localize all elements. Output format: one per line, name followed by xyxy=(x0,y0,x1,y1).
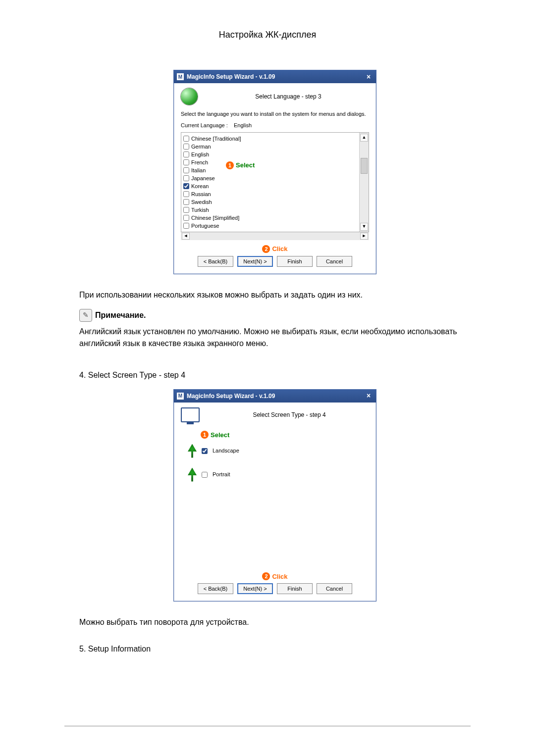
portrait-label: Portrait xyxy=(213,470,230,479)
language-checkbox[interactable] xyxy=(183,215,189,221)
scroll-down-icon[interactable]: ▼ xyxy=(360,223,368,231)
wizard-title-text: MagicInfo Setup Wizard - v.1.09 xyxy=(187,392,275,401)
hscroll-track[interactable] xyxy=(192,234,358,239)
step4-heading: 4. Select Screen Type - step 4 xyxy=(79,369,471,381)
scroll-thumb[interactable] xyxy=(361,158,368,174)
language-list: Chinese [Traditional] German English Fre… xyxy=(181,133,359,232)
callout-badge-1: 1 xyxy=(226,161,234,169)
step4-header: Select Screen Type - step 4 xyxy=(210,410,369,419)
cancel-button[interactable]: Cancel xyxy=(317,583,352,594)
language-checkbox[interactable] xyxy=(183,175,189,181)
callout-badge-1: 1 xyxy=(201,431,209,439)
callout-select-text: Select xyxy=(236,160,255,170)
callout-badge-2: 2 xyxy=(262,245,270,253)
language-label: Korean xyxy=(191,182,209,191)
language-label: Japanese xyxy=(191,174,215,183)
finish-button[interactable]: Finish xyxy=(277,583,313,594)
horizontal-scrollbar[interactable]: ◄ ► xyxy=(181,232,369,240)
language-label: Swedish xyxy=(191,198,212,206)
wizard-titlebar: M MagicInfo Setup Wizard - v.1.09 × xyxy=(174,70,376,83)
wizard-titlebar: M MagicInfo Setup Wizard - v.1.09 × xyxy=(174,390,376,403)
note-label: Примечание. xyxy=(95,309,146,321)
list-item: Chinese [Simplified] xyxy=(183,214,359,222)
language-label: Italian xyxy=(191,166,206,175)
language-checkbox[interactable] xyxy=(183,167,189,173)
back-button[interactable]: < Back(B) xyxy=(198,256,233,267)
landscape-checkbox[interactable] xyxy=(202,448,208,454)
current-language-label: Current Language : xyxy=(181,122,228,128)
callout-click-text: Click xyxy=(272,572,287,582)
select-callout: 1 Select xyxy=(226,160,255,170)
app-icon: M xyxy=(177,73,184,80)
step3-header: Select Language - step 3 xyxy=(208,92,369,101)
wizard-step4: M MagicInfo Setup Wizard - v.1.09 × Sele… xyxy=(173,389,376,602)
step5-heading: 5. Setup Information xyxy=(79,643,471,655)
scroll-right-icon[interactable]: ► xyxy=(360,233,368,240)
note-row: ✎ Примечание. xyxy=(79,309,471,322)
finish-button[interactable]: Finish xyxy=(277,256,313,267)
language-checkbox[interactable] xyxy=(183,191,189,197)
language-label: Turkish xyxy=(191,206,209,214)
select-callout: 1 Select xyxy=(201,430,229,440)
back-button[interactable]: < Back(B) xyxy=(198,583,233,594)
click-callout: 2 Click xyxy=(181,572,369,582)
monitor-icon xyxy=(181,407,200,422)
language-label: English xyxy=(191,151,209,159)
next-button[interactable]: Next(N) > xyxy=(237,583,273,594)
language-label: Portuguese xyxy=(191,222,219,230)
list-item: English xyxy=(183,151,359,158)
language-checkbox[interactable] xyxy=(183,183,189,189)
page-title: Настройка ЖК-дисплея xyxy=(64,30,471,40)
list-item: Portuguese xyxy=(183,222,359,230)
cancel-button[interactable]: Cancel xyxy=(317,256,352,267)
current-language-value: English xyxy=(234,122,252,128)
tree-icon xyxy=(188,468,197,482)
globe-icon xyxy=(181,88,198,105)
note-text: Английский язык установлен по умолчанию.… xyxy=(79,326,471,350)
scroll-track[interactable] xyxy=(360,142,369,223)
list-item: Japanese xyxy=(183,174,359,182)
list-item: German xyxy=(183,143,359,151)
paragraph-after-step4: Можно выбрать тип поворота для устройств… xyxy=(79,616,471,628)
language-checkbox[interactable] xyxy=(183,159,189,165)
landscape-label: Landscape xyxy=(213,447,239,455)
scroll-up-icon[interactable]: ▲ xyxy=(360,134,368,142)
tree-icon xyxy=(188,444,197,458)
language-checkbox[interactable] xyxy=(183,199,189,205)
footer-divider xyxy=(64,726,471,726)
callout-click-text: Click xyxy=(272,244,287,254)
portrait-checkbox[interactable] xyxy=(202,472,208,478)
list-item: Korean xyxy=(183,182,359,190)
list-item: French xyxy=(183,158,359,166)
language-checkbox[interactable] xyxy=(183,223,189,229)
list-item: Italian xyxy=(183,166,359,174)
list-item: Russian xyxy=(183,190,359,198)
current-language-row: Current Language : English xyxy=(181,121,369,130)
language-label: Chinese [Simplified] xyxy=(191,214,239,222)
list-item: Turkish xyxy=(183,206,359,214)
app-icon: M xyxy=(177,393,184,400)
close-icon[interactable]: × xyxy=(364,392,373,400)
scroll-left-icon[interactable]: ◄ xyxy=(182,233,190,240)
callout-select-text: Select xyxy=(211,430,229,440)
vertical-scrollbar[interactable]: ▲ ▼ xyxy=(359,133,369,232)
click-callout: 2 Click xyxy=(181,244,369,254)
language-checkbox[interactable] xyxy=(183,151,189,157)
list-item: Chinese [Traditional] xyxy=(183,135,359,143)
language-label: Chinese [Traditional] xyxy=(191,135,241,143)
close-icon[interactable]: × xyxy=(364,73,373,81)
paragraph-after-step3: При использовании нескольких языков можн… xyxy=(79,289,471,301)
language-checkbox[interactable] xyxy=(183,144,189,150)
language-checkbox[interactable] xyxy=(183,207,189,213)
wizard-step3: M MagicInfo Setup Wizard - v.1.09 × Sele… xyxy=(173,70,376,274)
list-item: Swedish xyxy=(183,198,359,206)
language-label: French xyxy=(191,158,208,167)
language-checkbox[interactable] xyxy=(183,136,189,142)
language-list-container: Chinese [Traditional] German English Fre… xyxy=(181,132,369,232)
next-button[interactable]: Next(N) > xyxy=(237,256,273,267)
note-icon: ✎ xyxy=(79,309,92,322)
wizard-buttons: < Back(B) Next(N) > Finish Cancel xyxy=(181,256,369,267)
wizard-buttons: < Back(B) Next(N) > Finish Cancel xyxy=(181,583,369,594)
language-label: German xyxy=(191,143,211,151)
callout-badge-2: 2 xyxy=(262,572,270,580)
